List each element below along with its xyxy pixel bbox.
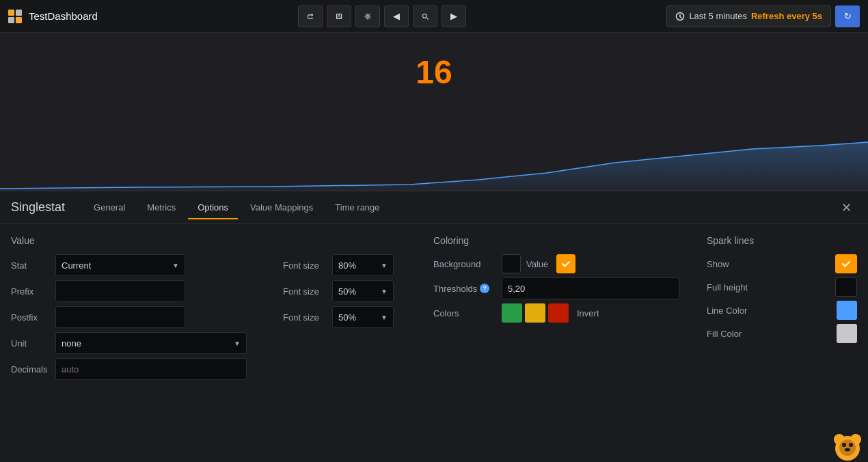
- postfix-input[interactable]: [55, 306, 185, 328]
- font-size-title: [283, 235, 406, 246]
- invert-button[interactable]: Invert: [574, 308, 602, 318]
- tab-options[interactable]: Options: [188, 197, 238, 219]
- colors-label: Colors: [433, 308, 502, 318]
- color-swatch-orange[interactable]: [525, 303, 545, 323]
- thresholds-info-icon[interactable]: ?: [480, 284, 489, 293]
- font-size-value-1: 80%: [338, 260, 356, 271]
- svg-rect-2: [338, 16, 340, 18]
- nav-center-buttons: ◀ ▶: [298, 5, 466, 27]
- unit-select[interactable]: none ▼: [55, 332, 247, 354]
- grafana-bear-icon: [827, 424, 868, 462]
- refresh-rate: Refresh every 5s: [751, 11, 822, 21]
- font-size-select-3[interactable]: 50% ▼: [332, 306, 394, 328]
- full-height-checkbox[interactable]: [835, 277, 857, 297]
- sparklines-show-label: Show: [707, 259, 835, 269]
- dashboard-title: TestDashboard: [29, 10, 98, 22]
- stat-arrow-icon: ▼: [172, 262, 179, 269]
- font-size-label-2: Font size: [283, 286, 332, 297]
- sparklines-check-icon: [841, 258, 852, 269]
- color-swatch-red[interactable]: [548, 303, 569, 323]
- value-section-title: Value: [11, 235, 256, 246]
- fill-color-swatch[interactable]: [837, 324, 857, 343]
- prev-button[interactable]: ◀: [384, 5, 409, 27]
- prefix-input[interactable]: [55, 280, 185, 302]
- svg-point-4: [423, 14, 427, 18]
- thresholds-input[interactable]: [502, 277, 679, 299]
- time-range-picker[interactable]: Last 5 minutes Refresh every 5s: [666, 5, 831, 27]
- bear-svg: [827, 424, 868, 462]
- font-arrow-3-icon: ▼: [381, 314, 388, 321]
- svg-rect-1: [338, 14, 340, 16]
- postfix-row: Postfix: [11, 306, 256, 328]
- save-button[interactable]: [327, 5, 351, 27]
- font-size-select-2[interactable]: 50% ▼: [332, 280, 394, 302]
- font-size-row-3: Font size 50% ▼: [283, 306, 406, 328]
- value-checkbox[interactable]: [556, 254, 575, 273]
- font-size-label-3: Font size: [283, 312, 332, 323]
- stat-label: Stat: [11, 260, 55, 271]
- next-button[interactable]: ▶: [442, 5, 466, 27]
- font-arrow-1-icon: ▼: [381, 262, 388, 269]
- close-button[interactable]: ✕: [836, 198, 857, 218]
- thresholds-row: Thresholds ?: [433, 277, 679, 299]
- grafana-logo-icon: [8, 10, 22, 23]
- colors-row: Colors Invert: [433, 303, 679, 323]
- svg-point-3: [367, 15, 369, 17]
- background-row: Background Value: [433, 254, 679, 273]
- share-button[interactable]: [298, 5, 323, 27]
- coloring-section: Coloring Background Value: [433, 235, 679, 462]
- font-size-row-2: Font size 50% ▼: [283, 280, 406, 302]
- color-swatch-green[interactable]: [502, 303, 522, 323]
- postfix-label: Postfix: [11, 312, 55, 323]
- coloring-title: Coloring: [433, 235, 679, 246]
- value-label: Value: [526, 259, 548, 269]
- decimals-input[interactable]: [55, 358, 247, 380]
- unit-arrow-icon: ▼: [234, 340, 241, 347]
- stat-row: Stat Current ▼: [11, 254, 256, 276]
- background-controls: Value: [502, 254, 679, 273]
- chart-value: 16: [416, 53, 452, 91]
- prefix-label: Prefix: [11, 286, 55, 297]
- sparklines-show-row: Show: [707, 254, 857, 273]
- unit-label: Unit: [11, 338, 55, 349]
- tab-value-mappings[interactable]: Value Mappings: [241, 197, 323, 219]
- thresholds-label: Thresholds ?: [433, 284, 502, 294]
- refresh-button[interactable]: ↻: [835, 5, 860, 27]
- refresh-icon: ↻: [844, 11, 852, 21]
- nav-right: Last 5 minutes Refresh every 5s ↻: [666, 5, 860, 27]
- stat-select[interactable]: Current ▼: [55, 254, 185, 276]
- sparklines-show-checkbox[interactable]: [835, 254, 857, 273]
- line-color-swatch[interactable]: [837, 301, 857, 320]
- line-color-label: Line Color: [707, 305, 837, 316]
- tab-metrics[interactable]: Metrics: [137, 197, 185, 219]
- panel-tabs: Singlestat General Metrics Options Value…: [0, 191, 868, 224]
- background-checkbox[interactable]: [502, 254, 521, 273]
- tab-time-range[interactable]: Time range: [325, 197, 389, 219]
- full-height-row: Full height: [707, 277, 857, 297]
- decimals-row: Decimals: [11, 358, 256, 380]
- unit-value: none: [62, 338, 81, 349]
- tab-general[interactable]: General: [84, 197, 135, 219]
- zoom-button[interactable]: [413, 5, 437, 27]
- svg-point-10: [839, 439, 856, 456]
- font-size-section: Font size 80% ▼ Font size 50% ▼ Font siz…: [283, 235, 406, 462]
- unit-row: Unit none ▼: [11, 332, 256, 354]
- svg-point-13: [845, 448, 850, 452]
- clock-icon: [675, 12, 685, 21]
- svg-point-12: [849, 443, 853, 447]
- font-size-label-1: Font size: [283, 260, 332, 271]
- nav-left: TestDashboard: [8, 10, 98, 23]
- font-size-value-3: 50%: [338, 312, 356, 323]
- checkmark-icon: [560, 258, 571, 269]
- font-arrow-2-icon: ▼: [381, 288, 388, 295]
- colors-controls: Invert: [502, 303, 679, 323]
- settings-button[interactable]: [355, 5, 380, 27]
- value-section: Value Stat Current ▼ Prefix Postfix: [11, 235, 256, 462]
- prefix-row: Prefix: [11, 280, 256, 302]
- svg-point-11: [842, 443, 846, 447]
- font-size-select-1[interactable]: 80% ▼: [332, 254, 394, 276]
- panel-editor: Singlestat General Metrics Options Value…: [0, 190, 868, 462]
- panel-title: Singlestat: [11, 200, 65, 215]
- color-swatches: [502, 303, 569, 323]
- fill-color-row: Fill Color: [707, 324, 857, 343]
